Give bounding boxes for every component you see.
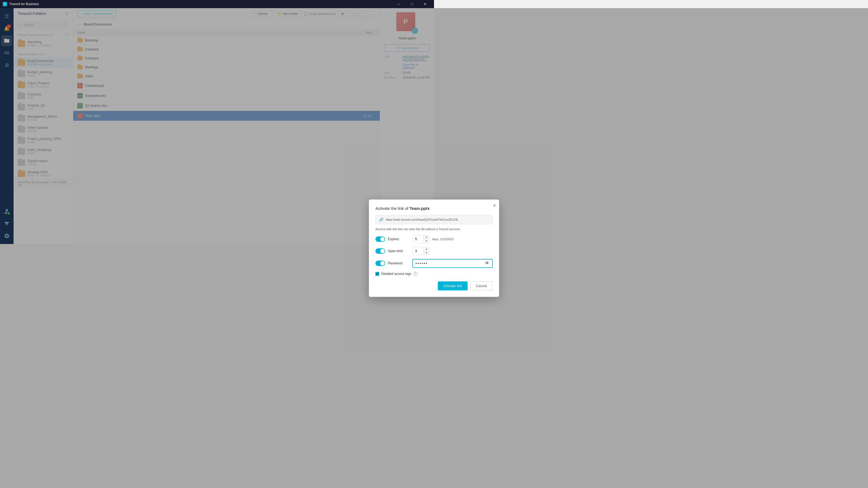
activate-link-dialog: × Activate the link of Team.pptx 🔗 https… (369, 199, 434, 244)
dialog-overlay: × Activate the link of Team.pptx 🔗 https… (0, 8, 434, 244)
app-title: Tresorit for Business (9, 2, 39, 6)
expires-toggle[interactable] (375, 236, 385, 242)
url-row: 🔗 https://web.tresorit.com/l#swdQ1PLlas0… (375, 215, 434, 224)
expires-label: Expires: (388, 237, 410, 241)
title-bar: T Tresorit for Business ─ □ ✕ (0, 0, 434, 8)
link-icon-dialog: 🔗 (379, 218, 383, 222)
expires-date-label: days, 1/22/2019 (432, 237, 434, 241)
expires-spinners: ▲ ▼ (424, 235, 429, 243)
expires-increment-btn[interactable]: ▲ (424, 235, 429, 239)
minimize-button[interactable]: ─ (393, 0, 405, 8)
app-icon: T (3, 2, 7, 6)
dialog-title: Activate the link of Team.pptx (375, 206, 434, 210)
dialog-url: https://web.tresorit.com/l#swdQ1PLlas0Tk… (386, 218, 434, 221)
dialog-info-text: Anyone with this link can view this file… (375, 227, 434, 231)
close-button[interactable]: ✕ (419, 0, 431, 8)
expires-row: Expires: ▲ ▼ days, 1/22/2019 (375, 235, 434, 243)
title-bar-left: T Tresorit for Business (3, 2, 39, 6)
expires-number-input[interactable]: ▲ ▼ (412, 235, 429, 243)
expires-days-input[interactable] (412, 235, 424, 243)
restore-button[interactable]: □ (406, 0, 418, 8)
window-controls: ─ □ ✕ (393, 0, 431, 8)
expires-decrement-btn[interactable]: ▼ (424, 239, 429, 243)
